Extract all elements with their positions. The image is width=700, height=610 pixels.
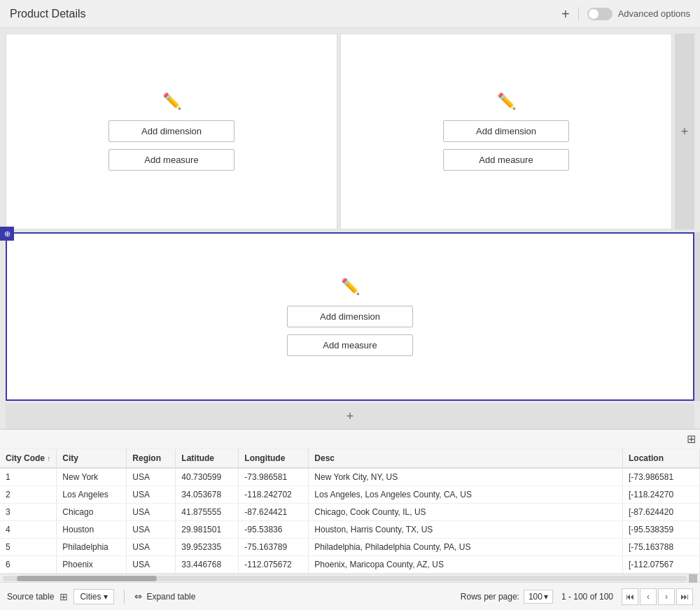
advanced-options-toggle-container: Advanced options bbox=[587, 8, 690, 20]
add-dimension-button-bottom[interactable]: Add dimension bbox=[287, 306, 413, 327]
table-row: 5PhiladelphiaUSA39.952335-75.163789Phila… bbox=[0, 539, 700, 556]
sort-arrow-city-code: ↑ bbox=[47, 455, 50, 462]
cell-longitude: -112.075672 bbox=[239, 556, 309, 574]
cell-desc: Los Angeles, Los Angeles County, CA, US bbox=[309, 486, 623, 504]
rows-dropdown-arrow: ▾ bbox=[544, 592, 548, 602]
advanced-options-label: Advanced options bbox=[618, 8, 690, 19]
col-header-latitude[interactable]: Latitude bbox=[176, 449, 239, 468]
cell-city: New York bbox=[57, 468, 127, 486]
cell-region: USA bbox=[127, 556, 176, 574]
horizontal-scrollbar[interactable] bbox=[3, 576, 687, 581]
add-column-right-bottom[interactable]: + bbox=[694, 232, 700, 401]
last-page-button[interactable]: ⏭ bbox=[676, 588, 693, 605]
add-column-right-top[interactable]: + bbox=[675, 34, 694, 229]
add-dimension-button-right[interactable]: Add dimension bbox=[443, 120, 569, 142]
cell-longitude: -87.624421 bbox=[239, 504, 309, 521]
rows-per-page-select[interactable]: 100 ▾ bbox=[524, 590, 553, 604]
cell-city_code: 2 bbox=[0, 486, 57, 504]
cell-longitude: -73.986581 bbox=[239, 468, 309, 486]
add-panel-row[interactable]: + bbox=[6, 404, 694, 429]
table-row: 6PhoenixUSA33.446768-112.075672Phoenix, … bbox=[0, 556, 700, 574]
cell-desc: New York City, NY, US bbox=[309, 468, 623, 486]
expand-label: Expand table bbox=[146, 592, 195, 602]
add-button[interactable]: + bbox=[561, 7, 570, 21]
page-title: Product Details bbox=[10, 8, 86, 20]
pagination-controls: ⏮ ‹ › ⏭ bbox=[622, 588, 693, 605]
prev-page-button[interactable]: ‹ bbox=[640, 588, 657, 605]
cell-latitude: 41.875555 bbox=[176, 504, 239, 521]
cell-region: USA bbox=[127, 504, 176, 521]
cell-city_code: 6 bbox=[0, 556, 57, 574]
col-header-region[interactable]: Region bbox=[127, 449, 176, 468]
horizontal-scrollbar-row bbox=[0, 574, 700, 582]
header-controls: + Advanced options bbox=[561, 7, 690, 21]
drag-handle[interactable]: ⊕ bbox=[0, 227, 14, 241]
table-toolbar: ⊞ bbox=[0, 430, 700, 449]
cell-location: [-118.24270 bbox=[623, 486, 700, 504]
dropdown-arrow: ▾ bbox=[104, 592, 108, 602]
header: Product Details + Advanced options bbox=[0, 0, 700, 28]
cell-region: USA bbox=[127, 521, 176, 539]
first-page-button[interactable]: ⏮ bbox=[622, 588, 638, 605]
col-header-longitude[interactable]: Longitude bbox=[239, 449, 309, 468]
cell-location: [-95.538359 bbox=[623, 521, 700, 539]
add-measure-button-right[interactable]: Add measure bbox=[443, 149, 569, 171]
cell-region: USA bbox=[127, 468, 176, 486]
cell-city: Chicago bbox=[57, 504, 127, 521]
add-column-icon-top: + bbox=[681, 125, 689, 139]
cell-city: Los Angeles bbox=[57, 486, 127, 504]
top-panels-row: ✏️ Add dimension Add measure ✏️ Add dime… bbox=[0, 28, 700, 232]
right-panel: ✏️ Add dimension Add measure bbox=[340, 34, 672, 229]
cell-city_code: 3 bbox=[0, 504, 57, 521]
cell-latitude: 33.446768 bbox=[176, 556, 239, 574]
table-footer: Source table ⊞ Cities ▾ ⇔ Expand table R… bbox=[0, 582, 700, 610]
col-header-city-code[interactable]: City Code ↑ bbox=[0, 449, 57, 468]
divider bbox=[578, 7, 579, 21]
table-icon: ⊞ bbox=[59, 591, 68, 602]
cell-longitude: -95.53836 bbox=[239, 521, 309, 539]
wand-icon-bottom: ✏️ bbox=[341, 278, 360, 296]
table-row: 1New YorkUSA40.730599-73.986581New York … bbox=[0, 468, 700, 486]
footer-left: Source table ⊞ Cities ▾ ⇔ Expand table bbox=[7, 589, 195, 604]
col-header-city[interactable]: City bbox=[57, 449, 127, 468]
expand-icon: ⇔ bbox=[134, 591, 142, 602]
footer-right: Rows per page: 100 ▾ 1 - 100 of 100 ⏮ ‹ … bbox=[461, 588, 693, 605]
data-table: City Code ↑ City Region Latitude Longitu… bbox=[0, 449, 700, 574]
pagination-info: 1 - 100 of 100 bbox=[561, 592, 613, 602]
table-area: ⊞ City Code ↑ City Region Latitude Longi… bbox=[0, 429, 700, 610]
add-measure-button-left[interactable]: Add measure bbox=[108, 149, 234, 171]
left-panel: ✏️ Add dimension Add measure bbox=[6, 34, 337, 229]
table-row: 3ChicagoUSA41.875555-87.624421Chicago, C… bbox=[0, 504, 700, 521]
add-measure-button-bottom[interactable]: Add measure bbox=[287, 334, 413, 356]
advanced-options-toggle[interactable] bbox=[587, 8, 612, 20]
expand-table-button[interactable]: ⇔ Expand table bbox=[134, 591, 195, 602]
source-table-select[interactable]: Cities ▾ bbox=[74, 589, 114, 604]
table-header-row: City Code ↑ City Region Latitude Longitu… bbox=[0, 449, 700, 468]
cell-desc: Phoenix, Maricopa County, AZ, US bbox=[309, 556, 623, 574]
drag-icon: ⊕ bbox=[4, 229, 10, 239]
rows-per-page-container: Rows per page: 100 ▾ bbox=[461, 590, 553, 604]
next-page-button[interactable]: › bbox=[658, 588, 675, 605]
col-header-desc[interactable]: Desc bbox=[309, 449, 623, 468]
data-table-wrapper: City Code ↑ City Region Latitude Longitu… bbox=[0, 449, 700, 574]
bottom-panel-container: ⊕ ✏️ Add dimension Add measure + bbox=[6, 232, 694, 401]
table-row: 2Los AngelesUSA34.053678-118.242702Los A… bbox=[0, 486, 700, 504]
col-header-location[interactable]: Location bbox=[623, 449, 700, 468]
cell-region: USA bbox=[127, 486, 176, 504]
cell-city_code: 1 bbox=[0, 468, 57, 486]
cell-longitude: -118.242702 bbox=[239, 486, 309, 504]
grid-view-icon[interactable]: ⊞ bbox=[687, 432, 696, 446]
source-table-label: Source table bbox=[7, 592, 54, 602]
toggle-knob bbox=[589, 9, 598, 19]
rows-per-page-value: 100 bbox=[528, 592, 542, 602]
wand-icon-left: ✏️ bbox=[162, 92, 181, 111]
cell-location: [-75.163788 bbox=[623, 539, 700, 556]
cell-latitude: 39.952335 bbox=[176, 539, 239, 556]
cell-latitude: 40.730599 bbox=[176, 468, 239, 486]
cell-region: USA bbox=[127, 539, 176, 556]
table-row: 4HoustonUSA29.981501-95.53836Houston, Ha… bbox=[0, 521, 700, 539]
cell-longitude: -75.163789 bbox=[239, 539, 309, 556]
cell-latitude: 29.981501 bbox=[176, 521, 239, 539]
add-dimension-button-left[interactable]: Add dimension bbox=[108, 120, 234, 142]
scrollbar-corner bbox=[689, 574, 697, 583]
